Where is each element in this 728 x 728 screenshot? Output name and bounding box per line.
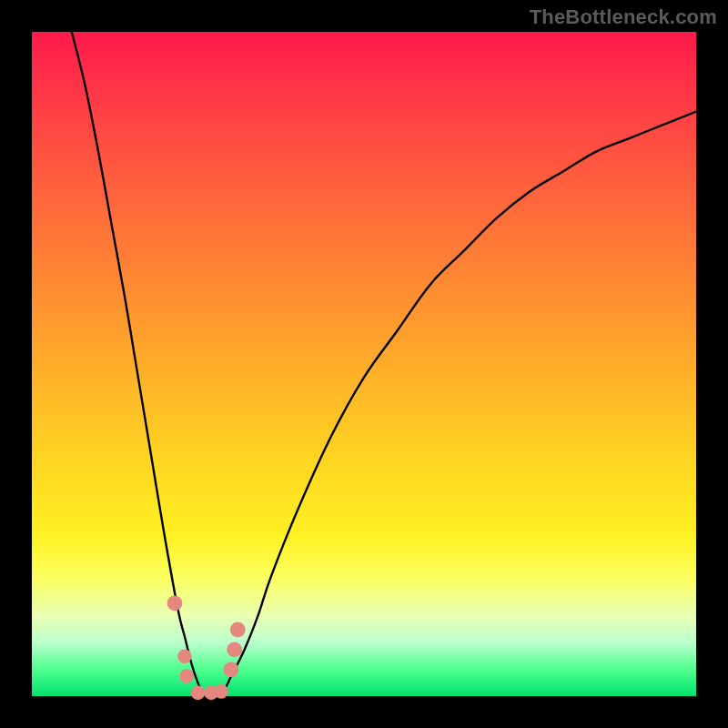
attribution-watermark: TheBottleneck.com — [530, 5, 717, 29]
data-point-marker — [191, 686, 206, 701]
data-point-marker — [214, 684, 228, 699]
chart-frame: TheBottleneck.com — [0, 0, 728, 728]
plot-area — [32, 32, 696, 696]
data-point-marker — [167, 595, 183, 611]
data-point-marker — [230, 622, 246, 638]
data-point-marker — [224, 662, 239, 677]
data-point-marker — [177, 649, 192, 663]
bottleneck-curve — [32, 32, 696, 696]
curve-path — [72, 32, 696, 697]
data-point-marker — [179, 669, 194, 683]
data-point-marker — [227, 642, 242, 658]
